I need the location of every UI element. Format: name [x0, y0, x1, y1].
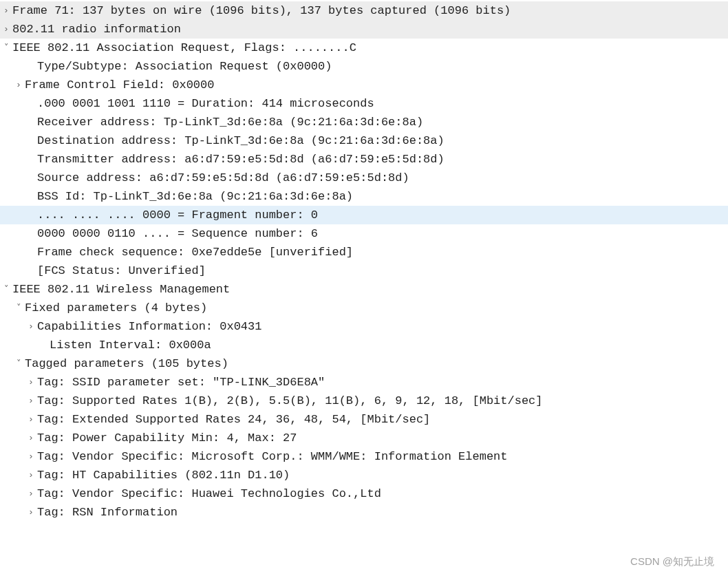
tree-row-label: Tagged parameters (105 bytes)	[25, 354, 728, 373]
tree-row[interactable]: .... .... .... 0000 = Fragment number: 0	[0, 206, 728, 224]
watermark: CSDN @知无止境	[630, 552, 714, 570]
tree-row-label: IEEE 802.11 Association Request, Flags: …	[12, 39, 728, 57]
tree-row[interactable]: ›Tag: Vendor Specific: Huawei Technologi…	[0, 484, 728, 503]
tree-row-label: Tag: Vendor Specific: Microsoft Corp.: W…	[37, 447, 728, 466]
gutter-empty	[25, 243, 37, 262]
tree-row[interactable]: ˅IEEE 802.11 Association Request, Flags:…	[0, 39, 728, 57]
tree-row-label: Tag: Extended Supported Rates 24, 36, 48…	[37, 410, 728, 429]
tree-row[interactable]: ›Tag: Extended Supported Rates 24, 36, 4…	[0, 410, 728, 429]
tree-row[interactable]: Destination address: Tp-LinkT_3d:6e:8a (…	[0, 131, 728, 150]
packet-details-tree[interactable]: CSDN @知无止境 ›Frame 71: 137 bytes on wire …	[0, 0, 728, 576]
tree-row-label: Destination address: Tp-LinkT_3d:6e:8a (…	[37, 131, 728, 150]
gutter-empty	[25, 187, 37, 206]
tree-row-label: Tag: RSN Information	[37, 503, 728, 522]
expand-icon[interactable]: ›	[0, 1, 12, 20]
gutter-empty	[25, 131, 37, 150]
tree-row[interactable]: ›802.11 radio information	[0, 20, 728, 39]
gutter-empty	[25, 94, 37, 113]
tree-row[interactable]: ›Frame Control Field: 0x0000	[0, 76, 728, 94]
tree-row-label: Fixed parameters (4 bytes)	[25, 299, 728, 317]
tree-row-label: Capabilities Information: 0x0431	[37, 317, 728, 336]
tree-row[interactable]: ›Tag: Power Capability Min: 4, Max: 27	[0, 429, 728, 447]
collapse-icon[interactable]: ˅	[12, 299, 25, 317]
tree-row[interactable]: Transmitter address: a6:d7:59:e5:5d:8d (…	[0, 150, 728, 169]
tree-row[interactable]: Type/Subtype: Association Request (0x000…	[0, 57, 728, 76]
collapse-icon[interactable]: ˅	[12, 354, 25, 373]
tree-row-label: .000 0001 1001 1110 = Duration: 414 micr…	[37, 94, 728, 113]
tree-row-label: 802.11 radio information	[12, 20, 728, 39]
gutter-empty	[25, 262, 37, 280]
gutter-empty	[25, 150, 37, 169]
tree-row[interactable]: BSS Id: Tp-LinkT_3d:6e:8a (9c:21:6a:3d:6…	[0, 187, 728, 206]
tree-row-label: [FCS Status: Unverified]	[37, 262, 728, 280]
tree-row[interactable]: Listen Interval: 0x000a	[0, 336, 728, 354]
tree-row-label: .... .... .... 0000 = Fragment number: 0	[37, 206, 728, 224]
tree-row-label: Transmitter address: a6:d7:59:e5:5d:8d (…	[37, 150, 728, 169]
expand-icon[interactable]: ›	[25, 317, 37, 336]
tree-row-label: Frame Control Field: 0x0000	[25, 76, 728, 94]
expand-icon[interactable]: ›	[25, 410, 37, 429]
expand-icon[interactable]: ›	[25, 484, 37, 503]
expand-icon[interactable]: ›	[25, 392, 37, 410]
tree-row-label: Receiver address: Tp-LinkT_3d:6e:8a (9c:…	[37, 113, 728, 131]
tree-row[interactable]: .000 0001 1001 1110 = Duration: 414 micr…	[0, 94, 728, 113]
tree-row[interactable]: ›Tag: HT Capabilities (802.11n D1.10)	[0, 466, 728, 484]
tree-row[interactable]: ›Frame 71: 137 bytes on wire (1096 bits)…	[0, 1, 728, 20]
expand-icon[interactable]: ›	[25, 503, 37, 522]
gutter-empty	[25, 206, 37, 224]
tree-row-label: BSS Id: Tp-LinkT_3d:6e:8a (9c:21:6a:3d:6…	[37, 187, 728, 206]
tree-row-label: Source address: a6:d7:59:e5:5d:8d (a6:d7…	[37, 169, 728, 187]
expand-icon[interactable]: ›	[12, 76, 25, 94]
tree-row[interactable]: ›Tag: RSN Information	[0, 503, 728, 522]
tree-row[interactable]: ›Tag: Vendor Specific: Microsoft Corp.: …	[0, 447, 728, 466]
expand-icon[interactable]: ›	[25, 429, 37, 447]
tree-row[interactable]: 0000 0000 0110 .... = Sequence number: 6	[0, 224, 728, 243]
collapse-icon[interactable]: ˅	[0, 39, 12, 57]
tree-row[interactable]: ›Tag: SSID parameter set: "TP-LINK_3D6E8…	[0, 373, 728, 392]
tree-row[interactable]: ˅Fixed parameters (4 bytes)	[0, 299, 728, 317]
tree-row-label: Type/Subtype: Association Request (0x000…	[37, 57, 728, 76]
tree-row-label: Tag: HT Capabilities (802.11n D1.10)	[37, 466, 728, 484]
gutter-empty	[25, 113, 37, 131]
expand-icon[interactable]: ›	[25, 447, 37, 466]
collapse-icon[interactable]: ˅	[0, 280, 12, 299]
tree-row[interactable]: Source address: a6:d7:59:e5:5d:8d (a6:d7…	[0, 169, 728, 187]
tree-row-label: IEEE 802.11 Wireless Management	[12, 280, 728, 299]
tree-row-label: Tag: Vendor Specific: Huawei Technologie…	[37, 484, 728, 503]
tree-row-label: Listen Interval: 0x000a	[50, 336, 728, 354]
gutter-empty	[25, 57, 37, 76]
tree-row[interactable]: Frame check sequence: 0xe7edde5e [unveri…	[0, 243, 728, 262]
tree-row[interactable]: ›Tag: Supported Rates 1(B), 2(B), 5.5(B)…	[0, 392, 728, 410]
expand-icon[interactable]: ›	[25, 373, 37, 392]
tree-row-label: Tag: Supported Rates 1(B), 2(B), 5.5(B),…	[37, 392, 728, 410]
gutter-empty	[25, 169, 37, 187]
gutter-empty	[25, 224, 37, 243]
tree-row-label: Frame check sequence: 0xe7edde5e [unveri…	[37, 243, 728, 262]
gutter-empty	[37, 336, 50, 354]
tree-row[interactable]: ˅Tagged parameters (105 bytes)	[0, 354, 728, 373]
tree-row[interactable]: [FCS Status: Unverified]	[0, 262, 728, 280]
tree-row[interactable]: ˅IEEE 802.11 Wireless Management	[0, 280, 728, 299]
tree-row[interactable]: Receiver address: Tp-LinkT_3d:6e:8a (9c:…	[0, 113, 728, 131]
tree-row-label: Tag: SSID parameter set: "TP-LINK_3D6E8A…	[37, 373, 728, 392]
tree-row[interactable]: ›Capabilities Information: 0x0431	[0, 317, 728, 336]
tree-row-label: 0000 0000 0110 .... = Sequence number: 6	[37, 224, 728, 243]
tree-row-label: Tag: Power Capability Min: 4, Max: 27	[37, 429, 728, 447]
tree-row-label: Frame 71: 137 bytes on wire (1096 bits),…	[12, 1, 728, 20]
expand-icon[interactable]: ›	[25, 466, 37, 484]
expand-icon[interactable]: ›	[0, 20, 12, 39]
